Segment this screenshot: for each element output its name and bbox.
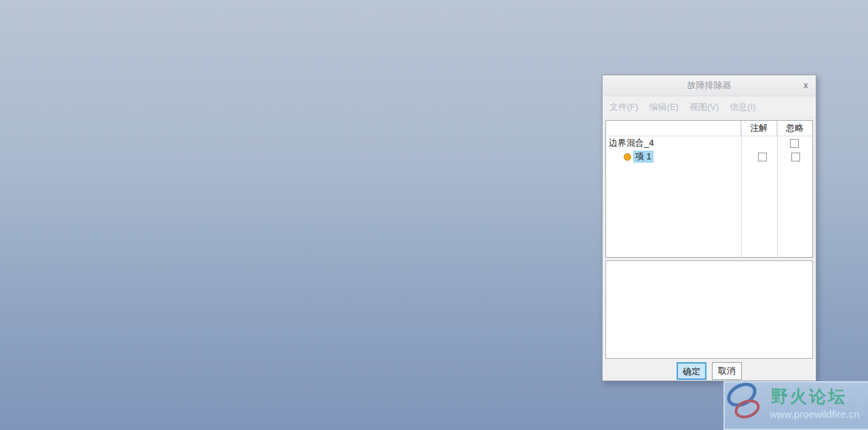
column-header-annotate: 注解	[741, 121, 777, 136]
dialog-title: 故障排除器	[687, 80, 732, 90]
forum-watermark: 野火论坛 www.proewildfire.cn	[723, 381, 868, 430]
table-row[interactable]: 项 1	[606, 150, 812, 163]
table-row[interactable]: 边界混合_4	[606, 136, 812, 150]
row-label[interactable]: 项 1	[633, 151, 654, 163]
watermark-title: 野火论坛	[771, 385, 847, 408]
row-label[interactable]: 边界混合_4	[609, 137, 654, 149]
menu-item-0[interactable]: 文件(F)	[609, 102, 639, 112]
ok-button[interactable]: 确定	[677, 362, 706, 380]
close-icon[interactable]: x	[804, 75, 808, 96]
column-divider	[777, 121, 778, 257]
ignore-checkbox[interactable]	[791, 153, 800, 161]
warning-dot-icon	[624, 153, 631, 161]
menu-item-1[interactable]: 编辑(E)	[649, 102, 679, 112]
menu-item-3[interactable]: 信息(I)	[730, 102, 755, 112]
menu-item-2[interactable]: 视图(V)	[690, 102, 719, 112]
watermark-url: www.proewildfire.cn	[770, 408, 860, 420]
troubleshooter-table: 注解 忽略 边界混合_4项 1	[605, 120, 813, 258]
message-box	[605, 260, 813, 359]
annotate-checkbox[interactable]	[758, 153, 767, 161]
troubleshooter-dialog: 故障排除器 x 文件(F)编辑(E)视图(V)信息(I) 注解 忽略 边界混合_…	[602, 75, 816, 381]
dialog-titlebar[interactable]: 故障排除器 x	[603, 75, 816, 96]
ignore-checkbox[interactable]	[790, 139, 799, 148]
column-divider	[741, 121, 742, 257]
cancel-button[interactable]: 取消	[712, 362, 742, 380]
table-header-row: 注解 忽略	[606, 121, 812, 136]
button-row: 确定 取消	[603, 362, 816, 380]
dialog-menubar: 文件(F)编辑(E)视图(V)信息(I)	[603, 96, 816, 118]
column-header-ignore: 忽略	[777, 121, 812, 136]
